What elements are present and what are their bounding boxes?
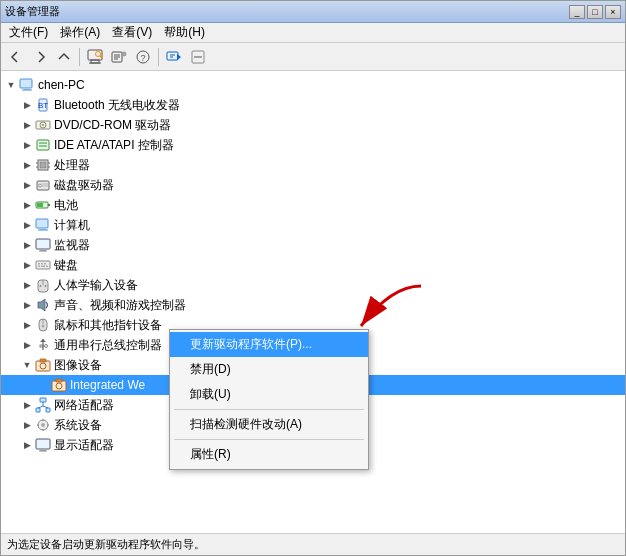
expand-icon-imaging: ▼ (19, 357, 35, 373)
ctx-scan-hardware[interactable]: 扫描检测硬件改动(A) (170, 412, 368, 437)
battery-icon (35, 197, 51, 213)
minimize-button[interactable]: _ (569, 5, 585, 19)
system-label: 系统设备 (54, 417, 102, 434)
tree-ide[interactable]: ▶ IDE ATA/ATAPI 控制器 (1, 135, 625, 155)
ctx-update-driver[interactable]: 更新驱动程序软件(P)... (170, 332, 368, 357)
hid-label: 人体学输入设备 (54, 277, 138, 294)
svg-rect-45 (36, 239, 50, 249)
properties-button[interactable] (108, 46, 130, 68)
mouse-label: 鼠标和其他指针设备 (54, 317, 162, 334)
battery-label: 电池 (54, 197, 78, 214)
tree-disk[interactable]: ▶ 磁盘驱动器 (1, 175, 625, 195)
toolbar: ? (1, 43, 625, 71)
expand-icon-display: ▶ (19, 437, 35, 453)
ctx-uninstall[interactable]: 卸载(U) (170, 382, 368, 407)
ctx-separator-2 (174, 439, 364, 440)
disk-label: 磁盘驱动器 (54, 177, 114, 194)
root-label: chen-PC (38, 78, 85, 92)
svg-marker-59 (38, 299, 45, 311)
svg-rect-69 (40, 359, 46, 362)
network-icon (35, 397, 51, 413)
svg-point-80 (41, 423, 45, 427)
tree-audio[interactable]: ▶ 声音、视频和游戏控制器 (1, 295, 625, 315)
svg-marker-64 (40, 339, 46, 342)
close-button[interactable]: × (605, 5, 621, 19)
svg-rect-40 (48, 204, 50, 206)
svg-line-78 (43, 406, 48, 408)
tree-hid[interactable]: ▶ 人体学输入设备 (1, 275, 625, 295)
up-button[interactable] (53, 46, 75, 68)
system-icon (35, 417, 51, 433)
svg-rect-54 (46, 266, 48, 268)
context-menu: 更新驱动程序软件(P)... 禁用(D) 卸载(U) 扫描检测硬件改动(A) 属… (169, 329, 369, 470)
svg-rect-41 (37, 203, 43, 207)
tree-root[interactable]: ▼ chen-PC (1, 75, 625, 95)
svg-rect-75 (46, 408, 50, 412)
menu-file[interactable]: 文件(F) (3, 23, 54, 42)
svg-text:BT: BT (38, 101, 48, 110)
expand-icon-keyboard: ▶ (19, 257, 35, 273)
ide-icon (35, 137, 51, 153)
status-text: 为选定设备启动更新驱动程序软件向导。 (7, 537, 205, 552)
back-button[interactable] (5, 46, 27, 68)
cpu-icon (35, 157, 51, 173)
computer2-icon (35, 217, 51, 233)
network-label: 网络适配器 (54, 397, 114, 414)
expand-icon-audio: ▶ (19, 297, 35, 313)
mouse-icon (35, 317, 51, 333)
tree-cdrom[interactable]: ▶ DVD/CD-ROM 驱动器 (1, 115, 625, 135)
svg-rect-74 (36, 408, 40, 412)
disable-button[interactable] (187, 46, 209, 68)
svg-rect-42 (36, 219, 48, 228)
tree-bluetooth[interactable]: ▶ BT Bluetooth 无线电收发器 (1, 95, 625, 115)
expand-icon-mouse: ▶ (19, 317, 35, 333)
toolbar-separator-1 (79, 48, 80, 66)
menu-view[interactable]: 查看(V) (106, 23, 158, 42)
update-driver-button[interactable] (163, 46, 185, 68)
imaging-icon (35, 357, 51, 373)
status-bar: 为选定设备启动更新驱动程序软件向导。 (1, 533, 625, 555)
maximize-button[interactable]: □ (587, 5, 603, 19)
forward-button[interactable] (29, 46, 51, 68)
tree-keyboard[interactable]: ▶ 键盘 (1, 255, 625, 275)
expand-icon-root: ▼ (3, 77, 19, 93)
cdrom-icon (35, 117, 51, 133)
expand-icon-cdrom: ▶ (19, 117, 35, 133)
svg-point-57 (40, 285, 42, 287)
ctx-disable[interactable]: 禁用(D) (170, 357, 368, 382)
expand-icon-ide: ▶ (19, 137, 35, 153)
tree-cpu[interactable]: ▶ 处理器 (1, 155, 625, 175)
ide-label: IDE ATA/ATAPI 控制器 (54, 137, 174, 154)
expand-icon-system: ▶ (19, 417, 35, 433)
svg-rect-49 (38, 263, 40, 265)
scan-button[interactable] (84, 46, 106, 68)
menu-help[interactable]: 帮助(H) (158, 23, 211, 42)
ctx-properties[interactable]: 属性(R) (170, 442, 368, 467)
svg-rect-12 (167, 52, 178, 60)
expand-icon-monitor: ▶ (19, 237, 35, 253)
svg-rect-18 (20, 79, 32, 88)
menu-action[interactable]: 操作(A) (54, 23, 106, 42)
main-content: ▼ chen-PC ▶ BT (1, 71, 625, 533)
toolbar-separator-2 (158, 48, 159, 66)
usb-icon (35, 337, 51, 353)
audio-icon (35, 297, 51, 313)
svg-rect-52 (38, 266, 40, 268)
bluetooth-label: Bluetooth 无线电收发器 (54, 97, 180, 114)
imaging-label: 图像设备 (54, 357, 102, 374)
computer-icon (19, 77, 35, 93)
svg-rect-51 (44, 263, 46, 265)
tree-monitor[interactable]: ▶ 监视器 (1, 235, 625, 255)
svg-rect-26 (37, 140, 49, 150)
tree-battery[interactable]: ▶ 电池 (1, 195, 625, 215)
hid-icon (35, 277, 51, 293)
display-label: 显示适配器 (54, 437, 114, 454)
disk-icon (35, 177, 51, 193)
expand-icon-computer: ▶ (19, 217, 35, 233)
svg-rect-73 (40, 398, 46, 402)
help-button[interactable]: ? (132, 46, 154, 68)
tree-computer[interactable]: ▶ 计算机 (1, 215, 625, 235)
bluetooth-icon: BT (35, 97, 51, 113)
audio-label: 声音、视频和游戏控制器 (54, 297, 186, 314)
expand-icon-disk: ▶ (19, 177, 35, 193)
